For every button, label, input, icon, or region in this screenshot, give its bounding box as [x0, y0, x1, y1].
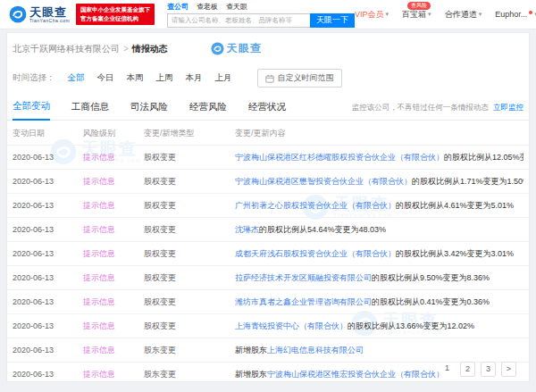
company-link[interactable]: 上海幻电信息科技有限公司 [267, 346, 364, 354]
row-risk-level: 提示信息 [83, 272, 144, 284]
row-date: 2020-06-13 [13, 297, 83, 306]
monitor-text: 监控该公司，不再错过任何一条情报动态 [352, 103, 489, 112]
search-zone: 查公司 查老板 查天眼 天眼一下 [167, 2, 355, 28]
pagination-next-button[interactable]: > [501, 362, 516, 377]
nav-vip-label: VIP会员 [355, 9, 384, 21]
content-suffix: 的股权比例从9.50%变更为8.36% [372, 273, 490, 282]
nav-toolbox[interactable]: 查风险 百宝箱 ▾ [402, 9, 431, 21]
company-link[interactable]: 广州初著之心股权投资合伙企业（有限合伙） [235, 201, 396, 210]
pagination: 123> [440, 362, 516, 377]
monitor-now-link[interactable]: 立即监控 [493, 103, 523, 112]
col-header-date: 变动日期 [13, 128, 83, 139]
content-suffix: 的股权比例从3.42%变更为3.01% [396, 249, 514, 258]
row-change-content: 宁波梅山保税港区红杉德曜股权投资合伙企业（有限合伙）的股权比例从12.05%变更… [235, 152, 523, 163]
tab-judicial-risk[interactable]: 司法风险 [130, 97, 168, 120]
breadcrumb: 北京千跃网络科技有限公司 > 情报动态 天眼查 [7, 33, 529, 61]
tab-all-changes[interactable]: 全部变动 [13, 96, 50, 121]
filter-option-last-month[interactable]: 上月 [215, 72, 232, 84]
search-tab-boss[interactable]: 查老板 [197, 2, 218, 12]
table-row: 2020-06-13提示信息股权变更沈琳杰的股权比例从54.64%变更为48.0… [7, 217, 529, 241]
tab-operation-risk[interactable]: 经营风险 [189, 97, 227, 120]
company-link[interactable]: 潍坊市真者之鑫企业管理咨询有限公司 [235, 297, 372, 306]
pagination-page-1[interactable]: 1 [440, 362, 455, 377]
search-input[interactable] [167, 13, 310, 28]
filter-option-last-week[interactable]: 上周 [156, 72, 173, 84]
row-date: 2020-06-13 [13, 321, 83, 330]
custom-range-button[interactable]: 自定义时间范围 [257, 69, 342, 88]
pagination-page-3[interactable]: 3 [481, 362, 496, 377]
row-change-content: 拉萨经济技术开发区顺融投资有限公司的股权比例从9.50%变更为8.36% [235, 272, 523, 284]
tianyancha-logo-icon [211, 42, 224, 55]
row-change-content: 宁波梅山保税港区懋智投资合伙企业（有限合伙）的股权比例从1.71%变更为1.50… [235, 176, 523, 188]
table-row: 2020-06-13提示信息股权变更潍坊市真者之鑫企业管理咨询有限公司的股权比例… [7, 289, 529, 313]
breadcrumb-company-link[interactable]: 北京千跃网络科技有限公司 [13, 43, 120, 55]
row-change-content: 成都天府浅石股权投资合伙企业（有限合伙）的股权比例从3.42%变更为3.01% [235, 248, 523, 260]
content-prefix: 新增股东 [235, 370, 267, 379]
row-date: 2020-06-13 [13, 273, 83, 282]
company-link[interactable]: 成都天府浅石股权投资合伙企业（有限合伙） [235, 249, 396, 258]
search-tab-company[interactable]: 查公司 [167, 2, 188, 12]
row-change-type: 股权变更 [144, 321, 235, 332]
row-change-type: 股权变更 [144, 200, 235, 212]
calendar-icon [265, 74, 274, 83]
company-link[interactable]: 上海青锐投资中心（有限合伙） [235, 321, 348, 330]
tab-business-info[interactable]: 工商信息 [71, 97, 109, 120]
time-filter-bar: 时间选择： 全部 今日 本周 上周 本月 上月 自定义时间范围 [7, 61, 529, 96]
content-suffix: 的股权比例从54.64%变更为48.03% [259, 225, 386, 234]
notification-dot [529, 11, 532, 14]
content-suffix: 的股权比例从4.61%变更为5.01% [396, 201, 514, 210]
custom-range-label: 自定义时间范围 [278, 72, 334, 84]
row-risk-level: 提示信息 [83, 248, 144, 260]
row-change-type: 股权变更 [144, 272, 235, 284]
row-date: 2020-06-13 [13, 249, 83, 258]
search-tab-tianyan[interactable]: 查天眼 [226, 2, 247, 12]
row-risk-level: 提示信息 [83, 321, 144, 332]
filter-option-all[interactable]: 全部 [68, 72, 85, 84]
content-suffix: 的股权比例从0.41%变更为0.36% [372, 297, 490, 306]
tab-operation-status[interactable]: 经营状况 [248, 97, 286, 120]
filter-option-this-week[interactable]: 本周 [127, 72, 144, 84]
row-risk-level: 提示信息 [83, 200, 144, 212]
risk-check-badge: 查风险 [407, 2, 431, 10]
row-risk-level: 提示信息 [83, 296, 144, 308]
table-row: 2020-06-13提示信息股权变更广州初著之心股权投资合伙企业（有限合伙）的股… [7, 193, 529, 217]
row-change-type: 股权变更 [144, 224, 235, 236]
company-link[interactable]: 宁波梅山保税港区懋智投资合伙企业（有限合伙） [235, 177, 412, 186]
row-risk-level: 提示信息 [83, 176, 144, 188]
page-title: 情报动态 [132, 43, 168, 55]
table-row: 2020-06-13提示信息股权变更上海青锐投资中心（有限合伙）的股权比例从13… [7, 313, 529, 338]
table-row: 2020-06-13提示信息股权变更成都天府浅石股权投资合伙企业（有限合伙）的股… [7, 241, 529, 265]
logo-title: 天眼查 [29, 6, 70, 18]
company-link[interactable]: 宁波梅山保税港区惟宏投资合伙企业（有限合伙） [267, 370, 444, 379]
filter-option-today[interactable]: 今日 [97, 72, 114, 84]
row-change-type: 股东变更 [144, 369, 235, 380]
content-card: 天眼查TianYanCha.com 天眼查TianYanCha.com 天眼查T… [6, 32, 530, 382]
tianyancha-logo-icon [9, 5, 27, 23]
content-prefix: 新增股东 [235, 346, 267, 354]
pagination-page-2[interactable]: 2 [460, 362, 475, 377]
company-link[interactable]: 宁波梅山保税港区红杉德曜股权投资合伙企业（有限合伙） [235, 153, 444, 162]
row-risk-level: 提示信息 [83, 152, 144, 163]
chevron-down-icon: ▾ [428, 11, 431, 18]
nav-vip-member[interactable]: VIP会员 ▾ [355, 9, 389, 21]
nav-cooperation[interactable]: 合作通道 ▾ [445, 9, 482, 21]
filter-option-this-month[interactable]: 本月 [186, 72, 203, 84]
search-button[interactable]: 天眼一下 [310, 13, 355, 28]
nav-account[interactable]: Euphor... ▾ [495, 10, 536, 19]
table-row: 2020-06-13提示信息股权变更宁波梅山保税港区红杉德曜股权投资合伙企业（有… [7, 145, 529, 169]
company-link[interactable]: 沈琳杰 [235, 225, 259, 234]
row-date: 2020-06-13 [13, 225, 83, 234]
monitor-hint: 监控该公司，不再错过任何一条情报动态 立即监控 [352, 103, 523, 120]
company-link[interactable]: 拉萨经济技术开发区顺融投资有限公司 [235, 273, 372, 282]
top-header: 天眼查 TianYanCha.com 国家中小企业发展基金旗下 官方备案企业征信… [0, 0, 536, 29]
row-change-type: 股权变更 [144, 152, 235, 163]
time-filter-label: 时间选择： [13, 72, 55, 84]
row-date: 2020-06-13 [13, 153, 83, 162]
tianyancha-logo[interactable]: 天眼查 TianYanCha.com [9, 5, 70, 23]
top-nav: VIP会员 ▾ 查风险 百宝箱 ▾ 合作通道 ▾ Euphor... ▾ [355, 9, 536, 21]
table-row: 2020-06-13提示信息股权变更宁波梅山保税港区懋智投资合伙企业（有限合伙）… [7, 169, 529, 193]
gov-badge-line2: 官方备案企业征信机构 [80, 14, 150, 23]
row-risk-level: 提示信息 [83, 369, 144, 380]
inline-watermark-logo: 天眼查 [211, 41, 262, 56]
chevron-down-icon: ▾ [386, 11, 389, 18]
